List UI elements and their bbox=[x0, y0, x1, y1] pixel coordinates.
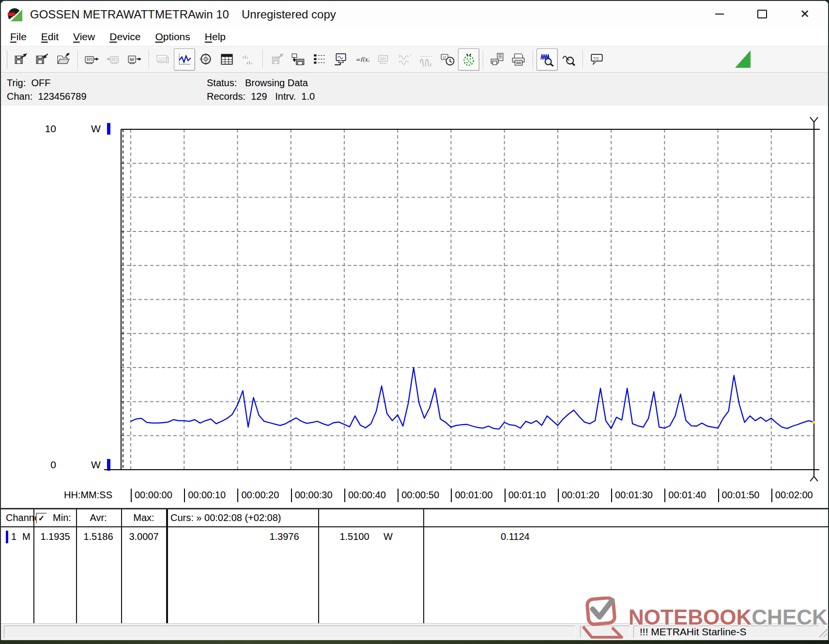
x-tick-separator bbox=[718, 489, 719, 502]
svg-text:T/2: T/2 bbox=[593, 56, 599, 61]
window-controls: ✕ bbox=[711, 1, 814, 27]
toolbar-button-file-export bbox=[266, 48, 288, 71]
desktop: GOSSEN METRAWATT METRAwin 10 Unregistere… bbox=[0, 0, 829, 644]
toolbar-button-numeric-display: 1257 bbox=[153, 48, 174, 71]
menu-device[interactable]: Device bbox=[102, 29, 148, 45]
x-tick-label: 00:00:10 bbox=[188, 490, 226, 501]
toolbar-button-data-table[interactable] bbox=[216, 48, 238, 71]
metrawin-window: GOSSEN METRAWATT METRAwin 10 Unregistere… bbox=[0, 0, 829, 641]
svg-text:12: 12 bbox=[443, 55, 446, 59]
svg-text:321: 321 bbox=[111, 57, 118, 61]
channel-color-marker-top bbox=[107, 123, 110, 135]
x-axis-labels: HH:MM:SS 00:00:0000:00:1000:00:2000:00:3… bbox=[1, 488, 828, 504]
toolbar-button-channel-config[interactable] bbox=[309, 48, 330, 71]
minimize-button[interactable] bbox=[711, 5, 728, 23]
trig-label: Trig: bbox=[7, 77, 26, 88]
x-tick-separator bbox=[184, 489, 185, 502]
maximize-icon bbox=[757, 10, 767, 18]
x-tick-separator bbox=[237, 489, 238, 502]
x-tick-label: 00:00:00 bbox=[135, 490, 172, 501]
toolbar-button-monitor[interactable] bbox=[330, 48, 352, 71]
maximize-button[interactable] bbox=[753, 5, 771, 23]
toolbar-button-formula[interactable]: =f(x) bbox=[352, 48, 373, 71]
x-tick-label: 00:02:00 bbox=[775, 490, 813, 501]
interval-value: 1.0 bbox=[301, 91, 315, 102]
x-tick-label: 00:01:10 bbox=[508, 490, 546, 501]
x-tick-separator bbox=[505, 489, 506, 502]
trigger-status: Trig: OFF bbox=[7, 77, 50, 89]
status-info-strip: Trig: OFF Chan: 123456789 Status: Browsi… bbox=[1, 73, 828, 106]
table-header-min: Min: bbox=[53, 512, 71, 523]
toolbar: 321321M1257=f(x)32112T/2 bbox=[1, 46, 828, 73]
toolbar-buttons: 321321M1257=f(x)32112T/2 bbox=[10, 48, 608, 71]
toolbar-button-zoom-out-signal[interactable] bbox=[558, 48, 579, 71]
close-button[interactable]: ✕ bbox=[796, 5, 814, 23]
x-tick-label: 00:01:00 bbox=[455, 490, 492, 501]
desktop-strip bbox=[0, 640, 829, 644]
toolbar-resize-triangle-icon[interactable] bbox=[735, 50, 751, 68]
toolbar-button-device-read-321[interactable]: 321 bbox=[81, 48, 103, 71]
toolbar-button-print[interactable] bbox=[508, 48, 529, 71]
toolbar-button-signal-coil bbox=[415, 48, 437, 71]
chan-value: 123456789 bbox=[38, 91, 87, 102]
device-name: !!! METRAHit Starline-S bbox=[640, 626, 747, 638]
svg-text:M: M bbox=[130, 57, 134, 62]
menu-bar: FileEditViewDeviceOptionsHelp bbox=[1, 27, 828, 46]
toolbar-button-analog-meter bbox=[394, 48, 415, 71]
x-tick-separator bbox=[771, 489, 772, 502]
y-axis-unit-bottom: W bbox=[91, 459, 101, 471]
toolbar-button-yt-chart[interactable] bbox=[174, 48, 195, 71]
table-header-cursor[interactable]: Curs: » 00:02:08 (+02:08) bbox=[170, 512, 281, 523]
checkmark-icon: ✓ bbox=[38, 514, 45, 523]
status-label: Status: bbox=[207, 77, 237, 88]
toolbar-button-save-export[interactable] bbox=[10, 48, 31, 71]
menu-file[interactable]: File bbox=[3, 29, 34, 45]
min-value: 1.1935 bbox=[40, 531, 70, 542]
browse-status: Status: Browsing Data bbox=[207, 77, 308, 89]
toolbar-button-save-import[interactable] bbox=[31, 48, 53, 71]
channel-visible-checkbox[interactable]: ✓ bbox=[36, 513, 47, 524]
chart-canvas[interactable] bbox=[1, 106, 828, 508]
x-tick-separator bbox=[398, 489, 399, 502]
x-tick-separator bbox=[558, 489, 559, 502]
toolbar-button-file-import[interactable] bbox=[288, 48, 309, 71]
menu-view[interactable]: View bbox=[66, 29, 102, 45]
toolbar-button-memory-read[interactable]: M bbox=[124, 48, 145, 71]
menu-options[interactable]: Options bbox=[148, 29, 197, 45]
toolbar-button-open-folder[interactable] bbox=[53, 48, 74, 71]
status-bar: !!! METRAHit Starline-S bbox=[1, 623, 828, 641]
channel-color-marker-bottom bbox=[107, 459, 110, 471]
license-label: Unregistered copy bbox=[242, 8, 336, 21]
cursor2-unit: W bbox=[384, 531, 393, 542]
menu-edit[interactable]: Edit bbox=[34, 29, 66, 45]
statusbar-panel-device: !!! METRAHit Starline-S bbox=[633, 626, 819, 638]
toolbar-separator bbox=[262, 50, 263, 69]
toolbar-button-annotation[interactable]: T/2 bbox=[586, 48, 608, 71]
svg-text:321: 321 bbox=[86, 57, 93, 61]
toolbar-button-print-preview[interactable] bbox=[487, 48, 508, 71]
max-value: 3.0007 bbox=[129, 531, 158, 542]
toolbar-separator bbox=[77, 50, 78, 69]
x-tick-separator bbox=[291, 489, 292, 502]
toolbar-button-device-write-321: 321 bbox=[103, 48, 124, 71]
channel-number[interactable]: 1 bbox=[11, 531, 16, 542]
toolbar-button-zoom-in-signal[interactable] bbox=[537, 48, 558, 71]
toolbar-button-record-timer[interactable] bbox=[458, 48, 479, 71]
x-tick-separator bbox=[664, 489, 665, 502]
svg-text:1257: 1257 bbox=[158, 56, 167, 61]
close-icon: ✕ bbox=[800, 8, 810, 20]
x-tick-separator bbox=[451, 489, 452, 502]
title-bar[interactable]: GOSSEN METRAWATT METRAwin 10 Unregistere… bbox=[1, 1, 828, 27]
toolbar-button-clock-schedule[interactable]: 12 bbox=[437, 48, 458, 71]
channel-status: Chan: 123456789 bbox=[7, 91, 87, 102]
cursor2-value: 1.5100 bbox=[339, 531, 369, 542]
menu-help[interactable]: Help bbox=[198, 29, 233, 45]
x-axis-format-label: HH:MM:SS bbox=[64, 490, 112, 501]
y-axis-unit-top: W bbox=[91, 123, 101, 135]
toolbar-button-xy-view[interactable] bbox=[195, 48, 216, 71]
channel-mode: M bbox=[22, 531, 31, 542]
x-tick-label: 00:01:40 bbox=[668, 490, 706, 501]
chan-label: Chan: bbox=[7, 91, 32, 102]
svg-text:321: 321 bbox=[380, 57, 386, 61]
toolbar-grip[interactable] bbox=[5, 50, 7, 69]
